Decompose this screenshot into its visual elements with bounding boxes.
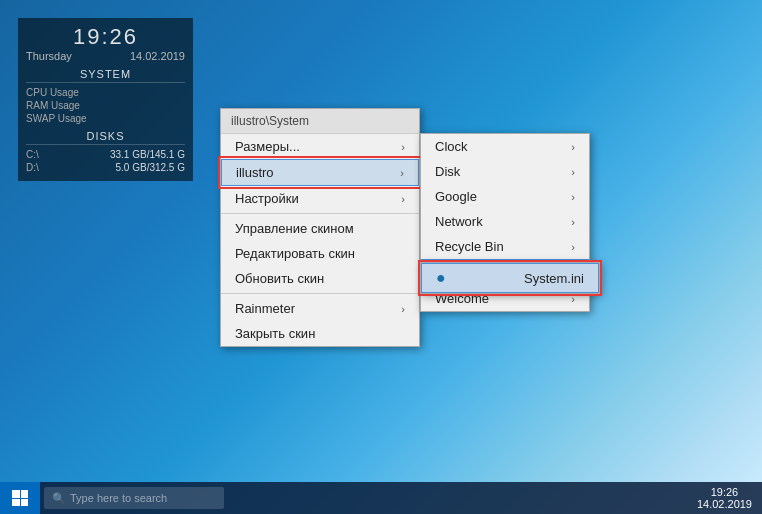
ctx-item-manage-skin[interactable]: Управление скином [221, 216, 419, 241]
context-menu-main: illustro\System Размеры... › illustro › … [220, 108, 420, 347]
ctx-sub1-clock[interactable]: Clock › [421, 134, 589, 159]
ctx-sub2-system-ini[interactable]: ● System.ini [421, 263, 599, 293]
ctx-item-close-skin-label: Закрыть скин [235, 326, 315, 341]
system-section-title: SYSTEM [26, 68, 185, 83]
ctx-sub1-disk-arrow: › [571, 166, 575, 178]
ctx-sub1-google-label: Google [435, 189, 477, 204]
disk-d-value: 5.0 GB/312.5 G [116, 162, 186, 173]
desktop: 19:26 Thursday 14.02.2019 SYSTEM CPU Usa… [0, 0, 762, 514]
ctx-item-refresh-skin-label: Обновить скин [235, 271, 324, 286]
ctx-submenu-system: ● System.ini [420, 262, 600, 294]
ram-row: RAM Usage [26, 100, 185, 111]
ctx-item-settings-arrow: › [401, 193, 405, 205]
disk-c-value: 33.1 GB/145.1 G [110, 149, 185, 160]
ctx-item-manage-skin-label: Управление скином [235, 221, 354, 236]
ctx-sub1-network[interactable]: Network › [421, 209, 589, 234]
taskbar-search-placeholder: 🔍 [52, 492, 66, 505]
ctx-sub1-disk[interactable]: Disk › [421, 159, 589, 184]
ctx-sub2-dot: ● [436, 269, 446, 287]
ctx-item-razmetki-label: Размеры... [235, 139, 300, 154]
ctx-sub1-network-label: Network [435, 214, 483, 229]
taskbar-time: 19:26 [697, 486, 752, 498]
disk-c-label: C:\ [26, 149, 39, 160]
disk-c-row: C:\ 33.1 GB/145.1 G [26, 149, 185, 160]
ctx-sep-1 [221, 213, 419, 214]
ctx-sub2-system-ini-label: System.ini [524, 271, 584, 286]
ctx-sub1-network-arrow: › [571, 216, 575, 228]
taskbar-date: 14.02.2019 [697, 498, 752, 510]
ctx-item-refresh-skin[interactable]: Обновить скин [221, 266, 419, 291]
ctx-item-razmetki-arrow: › [401, 141, 405, 153]
taskbar-search-label: Type here to search [70, 492, 167, 504]
ctx-item-rainmeter-label: Rainmeter [235, 301, 295, 316]
widget-time: 19:26 [26, 24, 185, 50]
swap-row: SWAP Usage [26, 113, 185, 124]
ctx-sub1-recyclebin[interactable]: Recycle Bin › [421, 234, 589, 259]
ctx-sub1-recyclebin-label: Recycle Bin [435, 239, 504, 254]
ctx-item-rainmeter-arrow: › [401, 303, 405, 315]
ctx-item-settings-label: Настройки [235, 191, 299, 206]
ctx-item-settings[interactable]: Настройки › [221, 186, 419, 211]
widget-date-row: Thursday 14.02.2019 [26, 50, 185, 62]
rainmeter-widget: 19:26 Thursday 14.02.2019 SYSTEM CPU Usa… [18, 18, 193, 181]
taskbar: 🔍 Type here to search 19:26 14.02.2019 [0, 482, 762, 514]
start-button[interactable] [0, 482, 40, 514]
ctx-sub1-disk-label: Disk [435, 164, 460, 179]
ctx-sep-2 [221, 293, 419, 294]
disk-d-label: D:\ [26, 162, 39, 173]
ctx-sub1-google[interactable]: Google › [421, 184, 589, 209]
ctx-main-header: illustro\System [221, 109, 419, 134]
taskbar-clock: 19:26 14.02.2019 [697, 486, 762, 510]
ctx-item-illustro-arrow: › [400, 167, 404, 179]
disk-d-row: D:\ 5.0 GB/312.5 G [26, 162, 185, 173]
ctx-sub1-welcome-arrow: › [571, 293, 575, 305]
ctx-item-razmetki[interactable]: Размеры... › [221, 134, 419, 159]
ctx-item-illustro[interactable]: illustro › [221, 159, 419, 186]
ram-label: RAM Usage [26, 100, 80, 111]
cpu-label: CPU Usage [26, 87, 79, 98]
disks-section: DISKS C:\ 33.1 GB/145.1 G D:\ 5.0 GB/312… [26, 130, 185, 173]
disks-section-title: DISKS [26, 130, 185, 145]
ctx-item-close-skin[interactable]: Закрыть скин [221, 321, 419, 346]
widget-day: Thursday [26, 50, 72, 62]
ctx-item-edit-skin[interactable]: Редактировать скин [221, 241, 419, 266]
ctx-sub1-clock-label: Clock [435, 139, 468, 154]
ctx-item-illustro-label: illustro [236, 165, 274, 180]
ctx-sub1-google-arrow: › [571, 191, 575, 203]
ctx-item-rainmeter[interactable]: Rainmeter › [221, 296, 419, 321]
ctx-item-edit-skin-label: Редактировать скин [235, 246, 355, 261]
ctx-sub1-recyclebin-arrow: › [571, 241, 575, 253]
swap-label: SWAP Usage [26, 113, 87, 124]
taskbar-search[interactable]: 🔍 Type here to search [44, 487, 224, 509]
widget-date: 14.02.2019 [130, 50, 185, 62]
cpu-row: CPU Usage [26, 87, 185, 98]
ctx-sub1-clock-arrow: › [571, 141, 575, 153]
windows-logo-icon [12, 490, 28, 506]
